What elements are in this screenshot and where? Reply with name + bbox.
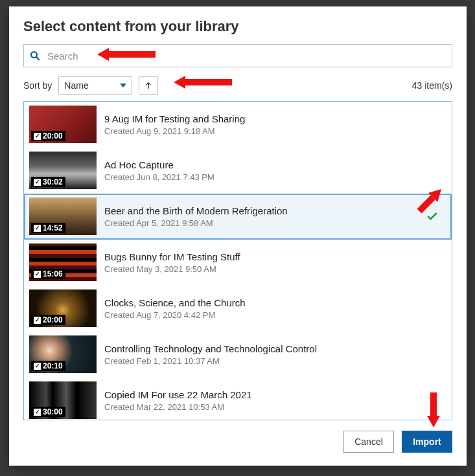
item-subtitle: Created Aug 7, 2020 4:42 PM [104, 310, 446, 320]
item-meta: Bugs Bunny for IM Testing Stuff Created … [104, 251, 446, 274]
list-item[interactable]: ✓ 30:00 Copied IM For use 22 March 2021 … [24, 378, 452, 420]
import-button[interactable]: Import [402, 431, 452, 453]
duration-badge: ✓ 20:00 [31, 131, 65, 141]
duration-badge: ✓ 15:06 [31, 269, 65, 279]
item-title: Beer and the Birth of Modern Refrigerati… [104, 205, 446, 216]
check-square-icon: ✓ [34, 363, 41, 370]
item-subtitle: Created Apr 5, 2021 9:58 AM [104, 218, 446, 228]
item-meta: Beer and the Birth of Modern Refrigerati… [104, 205, 446, 228]
item-meta: Controlling Technology and Technological… [104, 343, 446, 366]
duration-text: 15:06 [43, 269, 63, 278]
item-count: 43 item(s) [412, 80, 452, 91]
check-square-icon: ✓ [34, 317, 41, 324]
item-subtitle: Created May 3, 2021 9:50 AM [104, 264, 446, 274]
item-meta: 9 Aug IM for Testing and Sharing Created… [104, 113, 446, 136]
duration-badge: ✓ 20:00 [31, 315, 65, 325]
selected-check-icon [426, 210, 439, 223]
sort-select[interactable]: Name [58, 76, 132, 95]
cancel-button[interactable]: Cancel [343, 431, 394, 453]
list-item[interactable]: ✓ 30:02 Ad Hoc Capture Created Jun 8, 20… [24, 148, 452, 194]
check-square-icon: ✓ [34, 133, 41, 140]
item-subtitle: Created Jun 8, 2021 7:43 PM [104, 172, 446, 182]
duration-badge: ✓ 30:02 [31, 177, 65, 187]
duration-text: 30:00 [43, 407, 63, 416]
check-square-icon: ✓ [34, 225, 41, 232]
item-subtitle: Created Feb 1, 2021 10:37 AM [104, 356, 446, 366]
item-title: Clocks, Science, and the Church [104, 297, 446, 308]
sort-direction-button[interactable] [139, 76, 158, 95]
select-content-dialog: Select content from your library Sort by… [9, 6, 467, 466]
item-title: Bugs Bunny for IM Testing Stuff [104, 251, 446, 262]
check-square-icon: ✓ [34, 179, 41, 186]
duration-text: 20:00 [43, 315, 63, 324]
search-icon [29, 50, 41, 62]
item-meta: Ad Hoc Capture Created Jun 8, 2021 7:43 … [104, 159, 446, 182]
list-item[interactable]: ✓ 20:00 Clocks, Science, and the Church … [24, 286, 452, 332]
sort-value: Name [64, 80, 88, 91]
sort-label: Sort by [23, 80, 52, 91]
search-field[interactable] [23, 44, 452, 67]
duration-badge: ✓ 30:00 [31, 407, 65, 417]
item-title: Ad Hoc Capture [104, 159, 446, 170]
item-meta: Copied IM For use 22 March 2021 Created … [104, 389, 446, 412]
item-subtitle: Created Mar 22, 2021 10:53 AM [104, 402, 446, 412]
video-thumbnail: ✓ 20:00 [29, 289, 97, 327]
item-subtitle: Created Aug 9, 2021 9:18 AM [104, 126, 446, 136]
arrow-up-icon [144, 81, 153, 90]
list-item[interactable]: ✓ 20:10 Controlling Technology and Techn… [24, 332, 452, 378]
check-square-icon: ✓ [34, 271, 41, 278]
duration-badge: ✓ 20:10 [31, 361, 65, 371]
video-thumbnail: ✓ 14:52 [29, 198, 97, 235]
video-thumbnail: ✓ 30:00 [29, 381, 97, 419]
list-item[interactable]: ✓ 15:06 Bugs Bunny for IM Testing Stuff … [24, 240, 452, 286]
duration-text: 30:02 [43, 177, 63, 187]
check-square-icon: ✓ [34, 409, 41, 416]
item-title: Copied IM For use 22 March 2021 [104, 389, 446, 400]
video-thumbnail: ✓ 15:06 [29, 244, 97, 281]
video-thumbnail: ✓ 20:00 [29, 106, 97, 143]
dialog-footer: Cancel Import [23, 420, 452, 453]
content-list[interactable]: ✓ 20:00 9 Aug IM for Testing and Sharing… [23, 101, 452, 420]
duration-text: 14:52 [43, 223, 63, 232]
dialog-title: Select content from your library [23, 18, 452, 35]
list-item[interactable]: ✓ 14:52 Beer and the Birth of Modern Ref… [24, 194, 452, 240]
duration-badge: ✓ 14:52 [31, 223, 65, 233]
item-meta: Clocks, Science, and the Church Created … [104, 297, 446, 320]
duration-text: 20:00 [43, 131, 63, 141]
item-title: 9 Aug IM for Testing and Sharing [104, 113, 446, 124]
video-thumbnail: ✓ 30:02 [29, 152, 97, 189]
svg-point-0 [31, 52, 37, 58]
item-title: Controlling Technology and Technological… [104, 343, 446, 354]
video-thumbnail: ✓ 20:10 [29, 335, 97, 373]
svg-line-1 [36, 57, 40, 60]
duration-text: 20:10 [43, 361, 63, 370]
chevron-down-icon [120, 84, 126, 87]
list-item[interactable]: ✓ 20:00 9 Aug IM for Testing and Sharing… [24, 102, 452, 148]
search-input[interactable] [46, 50, 446, 62]
sort-row: Sort by Name 43 item(s) [23, 76, 452, 95]
